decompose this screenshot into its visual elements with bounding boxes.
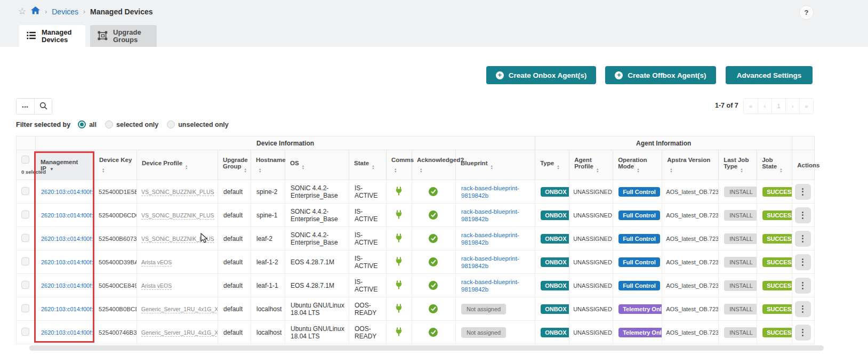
hostname: leaf-1-1 <box>256 282 278 289</box>
hostname: spine-1 <box>256 212 277 219</box>
table-row: 2620:103:c014:f00f::d 525400D1E5B7 VS_SO… <box>17 180 815 204</box>
radio-icon[interactable] <box>78 120 86 128</box>
apstra-version: AOS_latest_OB.7230 <box>666 189 719 195</box>
create-onbox-agents-button[interactable]: + Create Onbox Agent(s) <box>486 66 596 84</box>
device-key: 505400D39BA0 <box>99 259 137 265</box>
agent-profile: UNASSIGNED <box>573 212 612 219</box>
hostname: spine-2 <box>256 188 277 196</box>
search-button[interactable] <box>34 99 52 114</box>
device-key: 525400B0BCDA <box>99 306 137 312</box>
column-header-state[interactable]: State▲▼ <box>349 150 387 180</box>
select-all-checkbox[interactable] <box>21 156 29 164</box>
row-checkbox[interactable] <box>21 234 29 242</box>
create-offbox-agents-button[interactable]: + Create Offbox Agent(s) <box>605 66 716 84</box>
management-ip-link[interactable]: 2620:103:c014:f00f::7 <box>41 306 94 312</box>
column-header-last-job-type[interactable]: Last Job Type▲▼ <box>719 150 757 180</box>
comms-connected-plug-icon <box>395 330 403 338</box>
management-ip-link[interactable]: 2620:103:c014:f00f::b <box>41 236 94 242</box>
advanced-settings-button[interactable]: Advanced Settings <box>726 66 813 84</box>
device-state: IS-ACTIVE <box>355 255 377 270</box>
column-header-acknowledged[interactable]: Acknowledged?▲▼ <box>412 150 456 180</box>
blueprint-link[interactable]: rack-based-blueprint-9819842b <box>461 185 519 199</box>
column-header-device-profile[interactable]: Device Profile▲▼ <box>137 150 218 180</box>
sort-desc-icon: ▼ <box>50 167 54 172</box>
more-options-button[interactable] <box>17 99 34 114</box>
table-group-header-row: Device Information Agent Information <box>17 136 815 150</box>
device-profile-link[interactable]: Generic_Server_1RU_4x1G_Xenial <box>141 329 218 337</box>
device-key: 505400CE849E <box>99 282 137 289</box>
filter-option-selected-only[interactable]: selected only <box>105 120 158 128</box>
upgrade-group: default <box>223 235 243 242</box>
row-actions-menu-button[interactable] <box>795 184 811 200</box>
acknowledged-check-icon <box>429 187 438 196</box>
radio-icon[interactable] <box>105 120 113 128</box>
operation-mode-badge: Full Control <box>618 211 660 220</box>
device-profile-link[interactable]: VS_SONiC_BUZZNIK_PLUS <box>141 189 214 196</box>
upgrade-group: default <box>223 258 243 266</box>
device-profile-link[interactable]: Arista vEOS <box>141 259 172 266</box>
row-checkbox[interactable] <box>21 187 29 195</box>
management-ip-link[interactable]: 2620:103:c014:f00f::6 <box>41 329 94 336</box>
blueprint-link[interactable]: rack-based-blueprint-9819842b <box>461 232 519 246</box>
breadcrumb-devices-link[interactable]: Devices <box>52 7 78 16</box>
pagination-page-button[interactable]: 1 <box>771 99 785 114</box>
column-header-agent-profile[interactable]: Agent Profile▲▼ <box>569 150 613 180</box>
upgrade-group: default <box>223 188 243 196</box>
blueprint-link[interactable]: rack-based-blueprint-9819842b <box>461 279 519 293</box>
device-profile-link[interactable]: VS_SONiC_BUZZNIK_PLUS <box>141 236 214 243</box>
row-checkbox[interactable] <box>21 257 29 265</box>
sort-icon: ▲▼ <box>557 165 559 170</box>
agent-type-badge: ONBOX <box>541 304 569 314</box>
row-actions-menu-button[interactable] <box>795 301 811 317</box>
management-ip-link[interactable]: 2620:103:c014:f00f::9 <box>41 282 94 289</box>
help-button[interactable]: ? <box>799 5 814 20</box>
column-header-comms[interactable]: Comms▲▼ <box>387 150 412 180</box>
radio-icon[interactable] <box>167 120 175 128</box>
pagination-prev-button[interactable]: ‹ <box>758 99 771 114</box>
device-profile-link[interactable]: Generic_Server_1RU_4x1G_Xenial <box>141 306 218 313</box>
device-profile-link[interactable]: VS_SONiC_BUZZNIK_PLUS <box>141 212 214 220</box>
tab-managed-devices[interactable]: Managed Devices <box>19 25 85 47</box>
row-actions-menu-button[interactable] <box>795 278 811 294</box>
tab-upgrade-groups[interactable]: Upgrade Groups <box>90 25 157 47</box>
column-header-device-key[interactable]: Device Key▲▼ <box>94 150 137 180</box>
blueprint-link[interactable]: rack-based-blueprint-9819842b <box>461 208 519 222</box>
row-checkbox[interactable] <box>21 211 29 219</box>
pagination-next-button[interactable]: › <box>785 99 799 114</box>
device-profile-link[interactable]: Arista vEOS <box>141 282 172 290</box>
table-row: 2620:103:c014:f00f::6 525400746B35 Gener… <box>17 321 815 344</box>
column-header-operation-mode[interactable]: Operation Mode▲▼ <box>613 150 662 180</box>
column-header-blueprint[interactable]: Blueprint▲▼ <box>456 150 535 180</box>
row-actions-menu-button[interactable] <box>795 231 811 247</box>
acknowledged-check-icon <box>429 281 438 290</box>
column-header-job-state[interactable]: Job State▲▼ <box>757 150 792 180</box>
column-header-os[interactable]: OS▲▼ <box>285 150 349 180</box>
row-checkbox[interactable] <box>21 328 29 336</box>
row-checkbox[interactable] <box>21 281 29 289</box>
column-header-type[interactable]: Type▲▼ <box>535 150 569 180</box>
favorite-star-icon[interactable]: ☆ <box>18 7 26 16</box>
column-header-management-ip[interactable]: Management IP▼ <box>36 150 94 180</box>
os-version: EOS 4.28.7.1M <box>291 282 334 289</box>
filter-option-all[interactable]: all <box>78 120 97 128</box>
pagination-first-button[interactable]: « <box>744 99 758 114</box>
row-actions-menu-button[interactable] <box>795 325 811 341</box>
row-actions-menu-button[interactable] <box>795 254 811 270</box>
home-icon[interactable] <box>31 6 40 17</box>
row-actions-menu-button[interactable] <box>795 207 811 223</box>
blueprint-link[interactable]: rack-based-blueprint-9819842b <box>461 255 519 269</box>
horizontal-scrollbar[interactable] <box>29 345 824 351</box>
management-ip-link[interactable]: 2620:103:c014:f00f::a <box>41 259 94 265</box>
comms-connected-plug-icon <box>395 213 403 221</box>
pagination-last-button[interactable]: » <box>799 99 813 114</box>
sort-icon: ▲▼ <box>394 168 397 173</box>
management-ip-link[interactable]: 2620:103:c014:f00f::d <box>41 189 94 195</box>
row-checkbox[interactable] <box>21 304 29 312</box>
column-header-hostname[interactable]: Hostname▲▼ <box>251 150 285 180</box>
button-label: Advanced Settings <box>737 71 802 79</box>
filter-option-unselected-only[interactable]: unselected only <box>167 120 228 128</box>
agent-profile: UNASSIGNED <box>573 259 612 265</box>
column-header-apstra-version[interactable]: Apstra Version▲▼ <box>662 150 719 180</box>
column-header-upgrade-group[interactable]: Upgrade Group▲▼ <box>218 150 251 180</box>
management-ip-link[interactable]: 2620:103:c014:f00f::c <box>41 212 94 219</box>
